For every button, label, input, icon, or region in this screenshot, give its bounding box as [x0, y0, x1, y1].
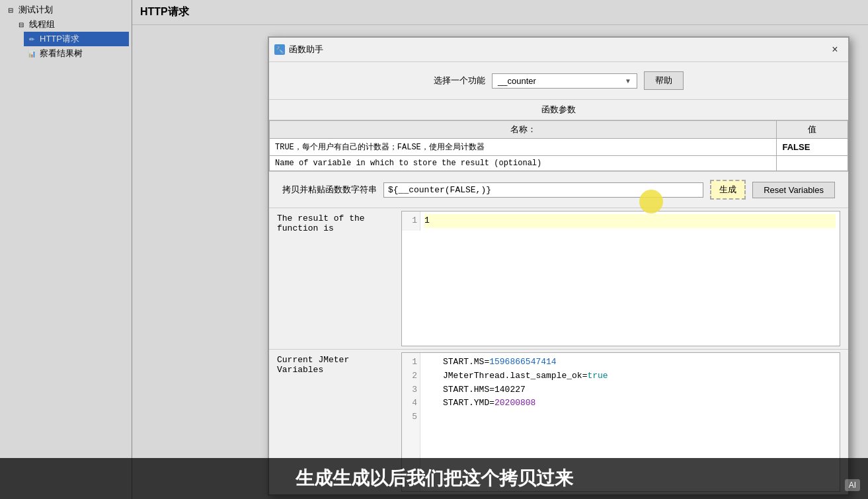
- dialog-title-text: 函数助手: [289, 44, 323, 56]
- params-table: 名称： 值 TRUE，每个用户有自己的计数器；FALSE，使用全局计数器FALS…: [269, 120, 848, 171]
- param-name-1: Name of variable in which to store the r…: [270, 156, 777, 171]
- vars-line-2: START.HMS=140227: [443, 383, 608, 397]
- vars-line-1: JMeterThread.last_sample_ok=true: [443, 369, 608, 383]
- dialog-titlebar: 🔧 函数助手 ×: [269, 38, 848, 62]
- copy-row: 拷贝并粘贴函数数字符串 生成 Reset Variables: [269, 171, 848, 208]
- result-editor[interactable]: 1 1: [401, 211, 840, 346]
- copy-label: 拷贝并粘贴函数数字符串: [282, 184, 377, 196]
- param-value-1[interactable]: [777, 156, 848, 171]
- dialog-title-left: 🔧 函数助手: [274, 44, 323, 56]
- vars-line-0: START.MS=1596866547414: [443, 356, 608, 369]
- function-label: 选择一个功能: [434, 75, 485, 87]
- result-label: The result of the function is: [269, 208, 401, 349]
- chevron-down-icon: ▼: [625, 77, 631, 85]
- subtitle-bar: 生成生成以后我们把这个拷贝过来 AI: [0, 458, 868, 499]
- result-line-0: 1: [424, 214, 836, 228]
- dialog-icon: 🔧: [274, 44, 285, 55]
- close-button[interactable]: ×: [827, 42, 843, 58]
- param-name-0: TRUE，每个用户有自己的计数器；FALSE，使用全局计数器: [270, 139, 777, 156]
- param-value-0[interactable]: FALSE: [777, 139, 848, 156]
- help-button[interactable]: 帮助: [644, 71, 684, 90]
- function-select-value: __counter: [498, 76, 619, 86]
- function-helper-dialog: 🔧 函数助手 × 选择一个功能 __counter ▼ 帮助 函数参数 名称： …: [268, 36, 849, 496]
- subtitle-text: 生成生成以后我们把这个拷贝过来: [296, 466, 573, 491]
- vars-line-3: START.YMD=20200808: [443, 397, 608, 410]
- reset-variables-button[interactable]: Reset Variables: [752, 182, 835, 198]
- result-row: The result of the function is 1 1: [269, 208, 848, 349]
- result-section: The result of the function is 1 1 Curren…: [269, 208, 848, 494]
- generate-button[interactable]: 生成: [710, 180, 746, 200]
- col-name-header: 名称：: [270, 121, 777, 139]
- function-select[interactable]: __counter ▼: [492, 73, 637, 89]
- result-code-content: 1: [420, 211, 840, 231]
- ai-badge: AI: [845, 479, 860, 491]
- function-selector-row: 选择一个功能 __counter ▼ 帮助: [269, 62, 848, 99]
- copy-input[interactable]: [383, 182, 703, 198]
- result-line-numbers: 1: [402, 211, 420, 231]
- result-editor-inner: 1 1: [402, 211, 840, 346]
- params-title: 函数参数: [269, 99, 848, 120]
- dialog-content: 选择一个功能 __counter ▼ 帮助 函数参数 名称： 值 TRUE，每个…: [269, 62, 848, 494]
- col-value-header: 值: [777, 121, 848, 139]
- params-section: 函数参数 名称： 值 TRUE，每个用户有自己的计数器；FALSE，使用全局计数…: [269, 99, 848, 171]
